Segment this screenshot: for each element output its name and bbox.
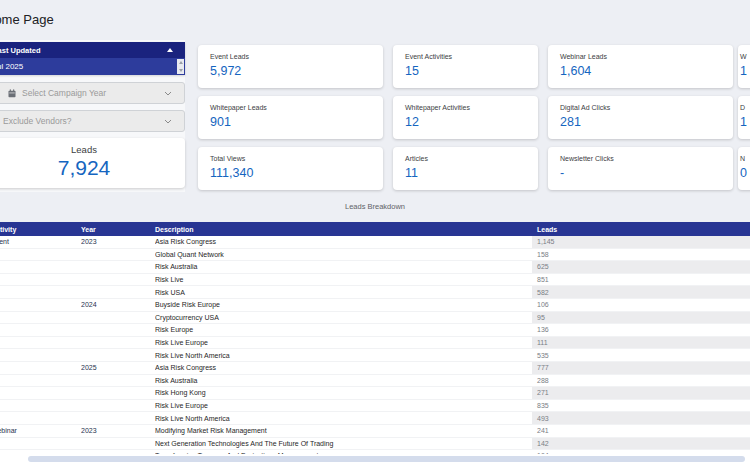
kpi-label: Digital Ad Clicks <box>560 104 733 111</box>
table-row: Risk Australia288 <box>0 375 750 388</box>
table-row: Event2023Asia Risk Congress1,145 <box>0 236 750 249</box>
cell-year <box>81 249 155 261</box>
col-header-leads: Leads <box>532 226 750 233</box>
kpi-value: 0 <box>740 166 750 180</box>
cell-description: Asia Risk Congress <box>155 362 532 374</box>
scrollbar-thumb[interactable] <box>28 456 745 462</box>
cell-activity <box>0 312 81 324</box>
cell-year <box>81 412 155 424</box>
cell-description: Cryptocurrency USA <box>155 312 532 324</box>
scroll-up-icon <box>179 61 183 64</box>
kpi-value: 5,972 <box>210 64 383 78</box>
cell-description: Risk Live North America <box>155 412 532 424</box>
cell-activity <box>0 324 81 336</box>
cell-leads: 625 <box>532 261 750 273</box>
kpi-label: Newsletter Clicks <box>560 155 733 162</box>
last-updated-selected-option[interactable]: Jul 2025 <box>0 58 185 75</box>
table-row: Risk Live North America493 <box>0 412 750 425</box>
listbox-scrollbar[interactable] <box>177 59 184 74</box>
cell-leads: 835 <box>532 400 750 412</box>
cell-year <box>81 312 155 324</box>
cell-activity <box>0 412 81 424</box>
kpi-value: 11 <box>405 166 538 180</box>
filter-panel: Last Updated Jul 2025 Select Campaign Ye… <box>0 40 185 192</box>
kpi-value: - <box>560 166 733 180</box>
kpi-value: 12 <box>405 115 538 129</box>
kpi-label: Articles <box>405 155 538 162</box>
cell-description: Asia Risk Congress <box>155 236 532 248</box>
cell-leads: 111 <box>532 337 750 349</box>
cell-year <box>81 375 155 387</box>
cell-leads: 1,145 <box>532 236 750 248</box>
chevron-down-icon <box>164 119 172 124</box>
kpi-card: Whitepaper Activities12 <box>393 96 538 139</box>
table-row: Risk Hong Kong271 <box>0 387 750 400</box>
cell-description: Modifying Market Risk Management <box>155 425 532 437</box>
table-row: Risk Australia625 <box>0 261 750 274</box>
table-body: Event2023Asia Risk Congress1,145Global Q… <box>0 236 750 463</box>
kpi-value: 1 <box>740 64 750 78</box>
cell-year <box>81 400 155 412</box>
kpi-card: W1 <box>738 45 750 88</box>
cell-description: Risk USA <box>155 286 532 298</box>
cell-activity <box>0 274 81 286</box>
table-header: Activity Year Description Leads <box>0 222 750 236</box>
scroll-down-icon <box>179 69 183 72</box>
cell-leads: 142 <box>532 438 750 450</box>
cell-activity <box>0 261 81 273</box>
kpi-card: Total Views111,340 <box>198 147 383 190</box>
last-updated-label: Last Updated <box>0 46 41 55</box>
cell-description: Risk Live Europe <box>155 337 532 349</box>
cell-year <box>81 349 155 361</box>
kpi-value: 1 <box>740 115 750 129</box>
col-header-year: Year <box>81 226 155 233</box>
kpi-label: W <box>740 53 750 60</box>
col-header-activity: Activity <box>0 226 81 233</box>
cell-activity <box>0 362 81 374</box>
exclude-vendors-select[interactable]: Exclude Vendors? <box>0 110 185 132</box>
cell-description: Next Generation Technologies And The Fut… <box>155 438 532 450</box>
cell-description: Global Quant Network <box>155 249 532 261</box>
exclude-vendors-placeholder: Exclude Vendors? <box>3 116 72 126</box>
table-row: Risk Europe136 <box>0 324 750 337</box>
cell-activity <box>0 400 81 412</box>
cell-activity <box>0 249 81 261</box>
kpi-label: Webinar Leads <box>560 53 733 60</box>
cell-leads: 851 <box>532 274 750 286</box>
cell-activity <box>0 286 81 298</box>
kpi-card: Articles11 <box>393 147 538 190</box>
horizontal-scrollbar[interactable] <box>0 454 750 463</box>
cell-activity <box>0 375 81 387</box>
cell-year <box>81 387 155 399</box>
cell-year: 2023 <box>81 425 155 437</box>
col-header-description: Description <box>155 226 532 233</box>
cell-leads: 241 <box>532 425 750 437</box>
kpi-card: D1 <box>738 96 750 139</box>
cell-description: Risk Australia <box>155 375 532 387</box>
table-row: Cryptocurrency USA95 <box>0 312 750 325</box>
cell-activity <box>0 299 81 311</box>
cell-description: Risk Europe <box>155 324 532 336</box>
calendar-icon <box>8 89 16 98</box>
last-updated-header[interactable]: Last Updated <box>0 42 185 58</box>
table-row: 2024Buyside Risk Europe106 <box>0 299 750 312</box>
cell-activity: Webinar <box>0 425 81 437</box>
cell-description: Risk Live North America <box>155 349 532 361</box>
kpi-label: Whitepaper Leads <box>210 104 383 111</box>
cell-year <box>81 337 155 349</box>
cell-activity <box>0 349 81 361</box>
cell-description: Risk Live Europe <box>155 400 532 412</box>
campaign-year-select[interactable]: Select Campaign Year <box>0 82 185 104</box>
cell-year <box>81 286 155 298</box>
kpi-card: Event Leads5,972 <box>198 45 383 88</box>
dashboard: Home Page Last Updated Jul 2025 <box>0 0 750 463</box>
total-leads-label: Leads <box>0 144 185 155</box>
kpi-value: 281 <box>560 115 733 129</box>
cell-year: 2023 <box>81 236 155 248</box>
cell-leads: 106 <box>532 299 750 311</box>
kpi-card: N0 <box>738 147 750 190</box>
kpi-value: 1,604 <box>560 64 733 78</box>
table-row: Webinar2023Modifying Market Risk Managem… <box>0 425 750 438</box>
cell-leads: 535 <box>532 349 750 361</box>
kpi-label: D <box>740 104 750 111</box>
